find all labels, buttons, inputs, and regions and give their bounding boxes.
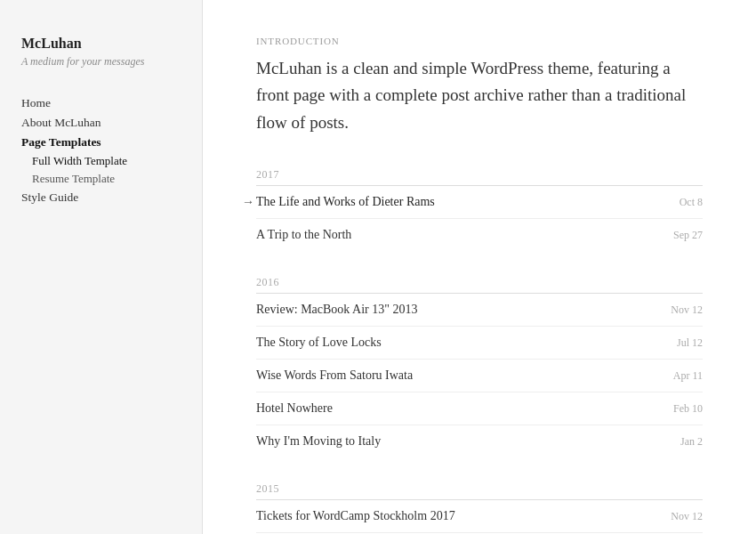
site-title[interactable]: McLuhan <box>21 36 181 52</box>
list-item[interactable]: Hotel NowhereFeb 10 <box>256 392 703 425</box>
year-label: 2015 <box>256 482 703 496</box>
sidebar-item-style-guide[interactable]: Style Guide <box>21 188 181 207</box>
year-section-2015: 2015Tickets for WordCamp Stockholm 2017N… <box>256 482 703 534</box>
post-title[interactable]: Tickets for WordCamp Stockholm 2017 <box>256 509 455 523</box>
list-item[interactable]: Wise Words From Satoru IwataApr 11 <box>256 360 703 392</box>
sidebar-item-page-templates[interactable]: Page Templates <box>21 133 181 152</box>
post-date: Nov 12 <box>671 303 703 317</box>
intro-label: Introduction <box>256 36 703 46</box>
year-label: 2017 <box>256 168 703 182</box>
post-date: Oct 8 <box>680 196 703 209</box>
post-title[interactable]: A Trip to the North <box>256 228 351 242</box>
list-item[interactable]: Tickets for WordCamp Stockholm 2017Nov 1… <box>256 500 703 533</box>
post-list: Review: MacBook Air 13" 2013Nov 12The St… <box>256 294 703 457</box>
post-list: →The Life and Works of Dieter RamsOct 8A… <box>256 186 703 251</box>
list-item[interactable]: →The Life and Works of Dieter RamsOct 8 <box>256 186 703 219</box>
post-title[interactable]: The Story of Love Locks <box>256 336 382 350</box>
post-title[interactable]: The Life and Works of Dieter Rams <box>256 195 435 209</box>
year-label: 2016 <box>256 276 703 289</box>
sidebar-item-home[interactable]: Home <box>21 93 181 113</box>
post-date: Feb 10 <box>673 402 703 416</box>
list-item[interactable]: Review: MacBook Air 13" 2013Nov 12 <box>256 294 703 327</box>
post-date: Sep 27 <box>673 229 703 242</box>
year-section-2016: 2016Review: MacBook Air 13" 2013Nov 12Th… <box>256 276 703 457</box>
site-tagline: A medium for your messages <box>21 55 181 69</box>
year-section-2017: 2017→The Life and Works of Dieter RamsOc… <box>256 168 703 251</box>
post-title[interactable]: Hotel Nowhere <box>256 401 333 416</box>
list-item[interactable]: The Story of Love LocksJul 12 <box>256 327 703 360</box>
post-archive: 2017→The Life and Works of Dieter RamsOc… <box>256 168 703 534</box>
sidebar-item-full-width[interactable]: Full Width Template <box>21 152 181 170</box>
post-title[interactable]: Wise Words From Satoru Iwata <box>256 368 413 383</box>
post-date: Nov 12 <box>671 510 703 523</box>
main-content: Introduction McLuhan is a clean and simp… <box>203 0 756 534</box>
post-date: Apr 11 <box>673 369 703 383</box>
list-item[interactable]: A Trip to the NorthSep 27 <box>256 219 703 251</box>
arrow-icon: → <box>242 195 254 209</box>
post-date: Jul 12 <box>677 336 703 350</box>
sidebar-nav: Home About McLuhan Page Templates Full W… <box>21 93 181 207</box>
intro-text: McLuhan is a clean and simple WordPress … <box>256 55 703 136</box>
post-title[interactable]: Why I'm Moving to Italy <box>256 434 381 449</box>
sidebar-item-resume[interactable]: Resume Template <box>21 170 181 188</box>
list-item[interactable]: Why I'm Moving to ItalyJan 2 <box>256 425 703 457</box>
sidebar: McLuhan A medium for your messages Home … <box>0 0 203 534</box>
post-date: Jan 2 <box>680 435 703 449</box>
post-title[interactable]: Review: MacBook Air 13" 2013 <box>256 303 417 317</box>
post-list: Tickets for WordCamp Stockholm 2017Nov 1… <box>256 500 703 534</box>
sidebar-item-about[interactable]: About McLuhan <box>21 113 181 133</box>
